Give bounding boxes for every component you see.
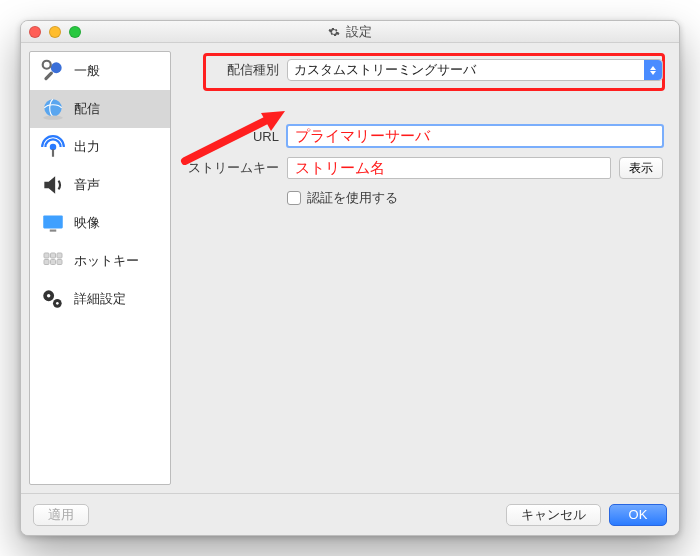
svg-rect-1 bbox=[44, 71, 54, 81]
stream-type-select[interactable]: カスタムストリーミングサーバ bbox=[287, 59, 663, 81]
settings-icon bbox=[328, 26, 340, 38]
display-icon bbox=[40, 210, 66, 236]
use-auth-label: 認証を使用する bbox=[307, 189, 398, 207]
sidebar-item-label: 映像 bbox=[74, 214, 100, 232]
svg-rect-10 bbox=[51, 253, 56, 258]
sidebar-item-label: 詳細設定 bbox=[74, 290, 126, 308]
sidebar-item-label: 音声 bbox=[74, 176, 100, 194]
svg-point-0 bbox=[51, 62, 62, 73]
titlebar: 設定 bbox=[21, 21, 679, 43]
svg-rect-13 bbox=[51, 260, 56, 265]
sidebar-item-stream[interactable]: 配信 bbox=[30, 90, 170, 128]
broadcast-icon bbox=[40, 134, 66, 160]
sidebar-item-advanced[interactable]: 詳細設定 bbox=[30, 280, 170, 318]
window-title: 設定 bbox=[346, 23, 372, 41]
svg-rect-7 bbox=[43, 215, 63, 228]
wrench-icon bbox=[40, 58, 66, 84]
cancel-button[interactable]: キャンセル bbox=[506, 504, 601, 526]
minimize-window-button[interactable] bbox=[49, 26, 61, 38]
sidebar-item-label: 出力 bbox=[74, 138, 100, 156]
stream-settings-panel: 配信種別 カスタムストリーミングサーバ URL プライマリーサーバ bbox=[171, 43, 679, 493]
url-input[interactable] bbox=[287, 125, 663, 147]
ok-button[interactable]: OK bbox=[609, 504, 667, 526]
dialog-footer: 適用 キャンセル OK bbox=[21, 493, 679, 535]
sidebar-item-audio[interactable]: 音声 bbox=[30, 166, 170, 204]
sidebar-item-label: 一般 bbox=[74, 62, 100, 80]
chevron-updown-icon bbox=[644, 60, 662, 80]
settings-window: 設定 一般 配信 出力 bbox=[20, 20, 680, 536]
use-auth-checkbox[interactable] bbox=[287, 191, 301, 205]
traffic-lights bbox=[29, 26, 81, 38]
svg-point-18 bbox=[56, 302, 59, 305]
stream-key-label: ストリームキー bbox=[179, 159, 279, 177]
zoom-window-button[interactable] bbox=[69, 26, 81, 38]
svg-rect-6 bbox=[52, 149, 54, 157]
url-label: URL bbox=[179, 129, 279, 144]
gears-icon bbox=[40, 286, 66, 312]
svg-point-4 bbox=[43, 116, 63, 120]
sidebar-item-hotkeys[interactable]: ホットキー bbox=[30, 242, 170, 280]
svg-rect-9 bbox=[44, 253, 49, 258]
sidebar-item-label: 配信 bbox=[74, 100, 100, 118]
globe-icon bbox=[40, 96, 66, 122]
apply-button[interactable]: 適用 bbox=[33, 504, 89, 526]
stream-type-value: カスタムストリーミングサーバ bbox=[294, 61, 476, 79]
sidebar-item-general[interactable]: 一般 bbox=[30, 52, 170, 90]
svg-rect-11 bbox=[57, 253, 62, 258]
svg-rect-14 bbox=[57, 260, 62, 265]
speaker-icon bbox=[40, 172, 66, 198]
settings-sidebar: 一般 配信 出力 音声 bbox=[29, 51, 171, 485]
sidebar-item-output[interactable]: 出力 bbox=[30, 128, 170, 166]
show-key-button[interactable]: 表示 bbox=[619, 157, 663, 179]
svg-rect-12 bbox=[44, 260, 49, 265]
svg-point-3 bbox=[44, 99, 61, 116]
stream-key-input[interactable] bbox=[287, 157, 611, 179]
sidebar-item-label: ホットキー bbox=[74, 252, 139, 270]
keyboard-icon bbox=[40, 248, 66, 274]
sidebar-item-video[interactable]: 映像 bbox=[30, 204, 170, 242]
close-window-button[interactable] bbox=[29, 26, 41, 38]
svg-point-2 bbox=[43, 61, 51, 69]
svg-rect-8 bbox=[50, 230, 57, 232]
svg-point-16 bbox=[47, 294, 50, 297]
